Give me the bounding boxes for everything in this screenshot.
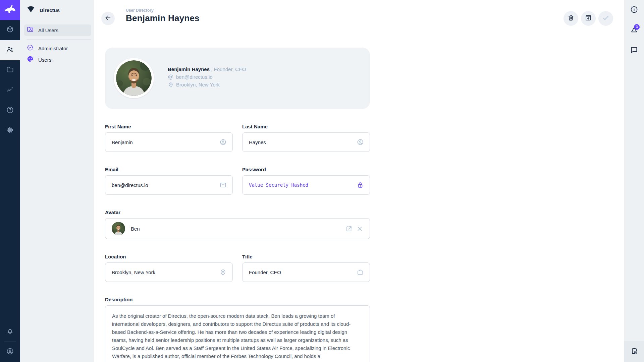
module-user-directory[interactable] bbox=[0, 40, 20, 60]
password-field: Password bbox=[242, 167, 370, 195]
back-button[interactable] bbox=[101, 12, 115, 25]
field-label: Avatar bbox=[105, 209, 370, 215]
fan-icon bbox=[26, 6, 35, 14]
password-input[interactable] bbox=[243, 176, 370, 194]
sidebar-item-administrator[interactable]: Administrator bbox=[24, 43, 91, 54]
check-icon bbox=[602, 14, 610, 23]
info-sidebar-button[interactable] bbox=[624, 0, 644, 20]
info-circle-icon bbox=[630, 5, 638, 15]
avatar[interactable] bbox=[114, 58, 154, 98]
insights-chart-icon bbox=[6, 86, 14, 95]
form-content: Benjamin Haynes , Founder, CEO ben@direc… bbox=[105, 48, 370, 362]
module-help[interactable] bbox=[0, 101, 20, 121]
first-name-input[interactable] bbox=[105, 133, 232, 152]
cube-icon bbox=[6, 25, 14, 35]
face-icon bbox=[26, 55, 34, 64]
briefcase-icon bbox=[357, 268, 364, 276]
lock-icon bbox=[357, 181, 364, 189]
email-input[interactable] bbox=[105, 176, 232, 194]
gear-icon bbox=[6, 126, 14, 135]
directus-logo[interactable] bbox=[0, 0, 20, 20]
save-button[interactable] bbox=[598, 11, 613, 26]
email-field: Email bbox=[105, 167, 233, 195]
mail-icon bbox=[219, 181, 227, 189]
person-circle-icon bbox=[357, 138, 364, 146]
sidebar-item-users[interactable]: Users bbox=[24, 54, 91, 65]
field-label: Password bbox=[242, 167, 370, 172]
archive-button[interactable] bbox=[581, 11, 596, 26]
revisions-sidebar-button[interactable]: 3 bbox=[624, 20, 644, 40]
avatar-input[interactable]: Ben bbox=[105, 218, 370, 239]
launch-icon[interactable] bbox=[345, 225, 353, 232]
notifications-bell[interactable] bbox=[0, 321, 20, 342]
current-user-avatar[interactable] bbox=[0, 342, 20, 362]
nav-divider bbox=[26, 39, 91, 40]
module-insights[interactable] bbox=[0, 80, 20, 101]
field-label: Last Name bbox=[242, 124, 370, 129]
folder-user-icon bbox=[26, 26, 34, 35]
users-group-icon bbox=[6, 46, 14, 55]
description-input[interactable]: As the original creator of Directus, the… bbox=[105, 305, 370, 362]
location-input[interactable] bbox=[105, 263, 232, 282]
revisions-count-badge: 3 bbox=[634, 24, 640, 30]
trash-icon bbox=[567, 14, 575, 23]
person-circle-icon bbox=[219, 138, 227, 146]
header-actions bbox=[564, 11, 613, 26]
field-label: Description bbox=[105, 297, 370, 302]
profile-card-text: Benjamin Haynes , Founder, CEO ben@direc… bbox=[168, 65, 246, 88]
verified-badge-icon bbox=[26, 44, 34, 53]
navigation-panel: Directus All Users Administrator Users bbox=[20, 0, 94, 362]
right-sidebar: 3 bbox=[624, 0, 644, 362]
last-name-field: Last Name bbox=[242, 124, 370, 152]
map-pin-icon bbox=[168, 82, 174, 88]
module-bar bbox=[0, 0, 20, 362]
delete-button[interactable] bbox=[564, 11, 578, 26]
avatar-thumbnail bbox=[112, 222, 125, 235]
profile-location: Brooklyn, New York bbox=[176, 81, 220, 88]
comment-bubble-icon bbox=[630, 46, 638, 55]
folder-icon bbox=[6, 66, 14, 75]
module-content[interactable] bbox=[0, 20, 20, 40]
arrow-left-icon bbox=[104, 14, 112, 23]
close-icon[interactable] bbox=[356, 225, 363, 232]
sidebar-item-label: All Users bbox=[38, 27, 58, 33]
profile-email: ben@directus.io bbox=[176, 73, 213, 81]
app-window: Directus All Users Administrator Users bbox=[0, 0, 644, 362]
profile-card: Benjamin Haynes , Founder, CEO ben@direc… bbox=[105, 48, 370, 109]
avatar-file-name: Ben bbox=[131, 226, 340, 232]
title-field: Title bbox=[242, 254, 370, 282]
bell-icon bbox=[6, 327, 14, 336]
module-files[interactable] bbox=[0, 60, 20, 80]
last-name-input[interactable] bbox=[243, 133, 370, 152]
profile-role: , Founder, CEO bbox=[211, 66, 246, 72]
sidebar-item-label: Administrator bbox=[38, 46, 68, 51]
activity-sidebar-button[interactable] bbox=[624, 341, 644, 362]
page-title: Benjamin Haynes bbox=[126, 13, 200, 23]
project-name: Directus bbox=[40, 7, 60, 13]
sidebar-item-label: Users bbox=[38, 57, 51, 63]
field-label: Email bbox=[105, 167, 233, 172]
avatar-field: Avatar Ben bbox=[105, 209, 370, 239]
module-settings[interactable] bbox=[0, 121, 20, 141]
user-circle-icon bbox=[6, 347, 14, 357]
comments-sidebar-button[interactable] bbox=[624, 40, 644, 60]
project-header[interactable]: Directus bbox=[20, 0, 94, 20]
clipboard-clock-icon bbox=[630, 347, 638, 356]
field-label: Title bbox=[242, 254, 370, 259]
title-input[interactable] bbox=[243, 263, 370, 282]
field-label: First Name bbox=[105, 124, 233, 129]
description-field: Description As the original creator of D… bbox=[105, 297, 370, 362]
breadcrumb[interactable]: User Directory bbox=[126, 8, 154, 13]
map-pin-icon bbox=[219, 268, 227, 276]
help-circle-icon bbox=[6, 106, 14, 115]
main-content: User Directory Benjamin Haynes bbox=[94, 0, 624, 362]
at-icon bbox=[168, 74, 174, 80]
profile-name: Benjamin Haynes bbox=[168, 66, 210, 72]
archive-icon bbox=[585, 14, 592, 23]
sidebar-item-all-users[interactable]: All Users bbox=[24, 24, 91, 36]
field-label: Location bbox=[105, 254, 233, 259]
first-name-field: First Name bbox=[105, 124, 233, 152]
directus-rabbit-icon bbox=[3, 5, 17, 15]
location-field: Location bbox=[105, 254, 233, 282]
